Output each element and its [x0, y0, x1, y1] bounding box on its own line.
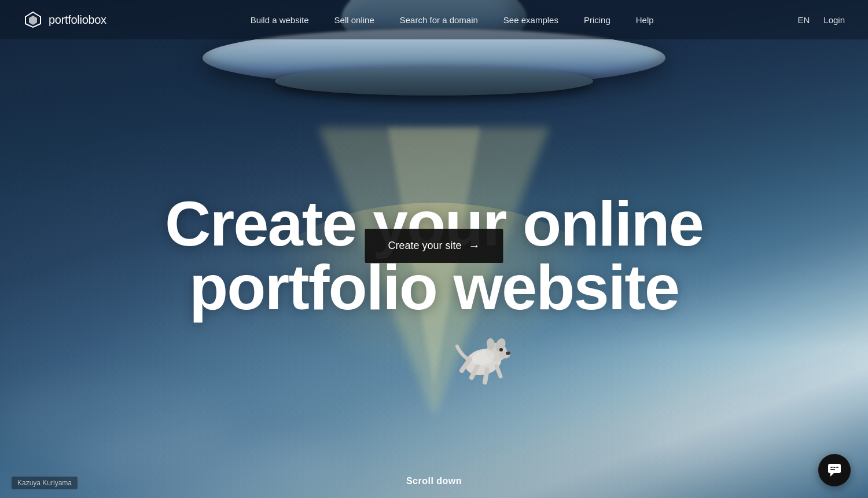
svg-rect-16	[830, 467, 833, 468]
nav-link-help[interactable]: Help	[626, 10, 664, 30]
svg-marker-15	[830, 473, 834, 477]
language-selector[interactable]: EN	[797, 15, 810, 25]
cloud-wisp-bottom	[58, 434, 347, 492]
svg-line-10	[496, 366, 501, 376]
svg-point-6	[499, 348, 503, 351]
photo-credit: Kazuya Kuriyama	[12, 477, 78, 489]
scroll-down-label: Scroll down	[406, 476, 462, 486]
scroll-down[interactable]: Scroll down	[406, 476, 462, 486]
logo-icon	[23, 10, 43, 30]
svg-rect-19	[830, 469, 835, 470]
chat-icon	[827, 463, 842, 478]
login-button[interactable]: Login	[823, 15, 845, 25]
nav-link-build-website[interactable]: Build a website	[240, 10, 319, 30]
ufo-bottom-ring	[275, 67, 593, 96]
svg-rect-17	[833, 467, 836, 468]
photo-credit-label: Kazuya Kuriyama	[17, 479, 72, 487]
brand-name: portfoliobox	[49, 13, 106, 27]
nav-actions: EN Login	[797, 15, 845, 25]
nav-link-search-domain[interactable]: Search for a domain	[389, 10, 488, 30]
svg-marker-13	[29, 16, 37, 25]
dog-silhouette	[446, 324, 521, 388]
cloud-wisp-right	[637, 405, 839, 475]
navbar: portfoliobox Build a website Sell online…	[0, 0, 868, 39]
chat-button[interactable]	[818, 454, 851, 486]
svg-rect-18	[836, 467, 838, 468]
create-site-button[interactable]: Create your site →	[365, 229, 503, 263]
nav-link-see-examples[interactable]: See examples	[493, 10, 569, 30]
cta-arrow-icon: →	[469, 239, 480, 252]
cta-container: Create your site →	[365, 229, 503, 263]
svg-rect-14	[828, 464, 841, 473]
nav-brand: portfoliobox	[23, 10, 106, 30]
svg-line-8	[485, 369, 487, 382]
nav-links: Build a website Sell online Search for a…	[240, 10, 664, 30]
nav-link-pricing[interactable]: Pricing	[573, 10, 621, 30]
nav-link-sell-online[interactable]: Sell online	[324, 10, 385, 30]
cta-label: Create your site	[388, 240, 461, 252]
svg-point-5	[506, 351, 510, 355]
